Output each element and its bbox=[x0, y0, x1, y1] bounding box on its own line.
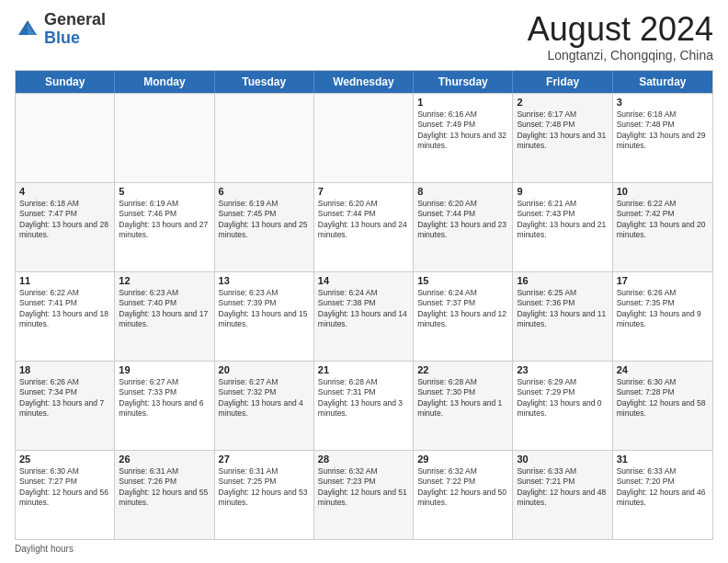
cell-info: Sunrise: 6:28 AM Sunset: 7:30 PM Dayligh… bbox=[417, 377, 508, 419]
day-number: 30 bbox=[517, 454, 608, 465]
calendar-cell: 18Sunrise: 6:26 AM Sunset: 7:34 PM Dayli… bbox=[16, 362, 115, 450]
calendar-row: 1Sunrise: 6:16 AM Sunset: 7:49 PM Daylig… bbox=[16, 93, 712, 182]
cell-info: Sunrise: 6:18 AM Sunset: 7:48 PM Dayligh… bbox=[617, 109, 709, 152]
calendar-body: 1Sunrise: 6:16 AM Sunset: 7:49 PM Daylig… bbox=[16, 93, 712, 539]
calendar-row: 4Sunrise: 6:18 AM Sunset: 7:47 PM Daylig… bbox=[16, 182, 712, 271]
cell-info: Sunrise: 6:26 AM Sunset: 7:35 PM Dayligh… bbox=[617, 288, 709, 330]
day-number: 25 bbox=[19, 454, 110, 465]
month-year: August 2024 bbox=[528, 11, 713, 48]
cell-info: Sunrise: 6:22 AM Sunset: 7:42 PM Dayligh… bbox=[617, 199, 709, 241]
day-number: 16 bbox=[517, 275, 608, 286]
calendar-cell: 30Sunrise: 6:33 AM Sunset: 7:21 PM Dayli… bbox=[513, 451, 612, 539]
cell-info: Sunrise: 6:31 AM Sunset: 7:25 PM Dayligh… bbox=[219, 466, 310, 509]
day-number: 23 bbox=[517, 364, 608, 375]
cell-info: Sunrise: 6:21 AM Sunset: 7:43 PM Dayligh… bbox=[517, 199, 608, 241]
day-number: 3 bbox=[617, 97, 709, 108]
calendar-cell: 25Sunrise: 6:30 AM Sunset: 7:27 PM Dayli… bbox=[16, 451, 115, 539]
calendar-cell bbox=[115, 94, 214, 182]
calendar-cell: 20Sunrise: 6:27 AM Sunset: 7:32 PM Dayli… bbox=[215, 362, 314, 450]
calendar-cell: 9Sunrise: 6:21 AM Sunset: 7:43 PM Daylig… bbox=[513, 183, 612, 271]
cell-info: Sunrise: 6:22 AM Sunset: 7:41 PM Dayligh… bbox=[19, 288, 110, 330]
day-number: 7 bbox=[318, 186, 409, 197]
weekday-header: Friday bbox=[513, 71, 612, 93]
day-number: 13 bbox=[219, 275, 310, 286]
footer: Daylight hours bbox=[15, 544, 713, 554]
calendar-cell: 22Sunrise: 6:28 AM Sunset: 7:30 PM Dayli… bbox=[414, 362, 513, 450]
cell-info: Sunrise: 6:18 AM Sunset: 7:47 PM Dayligh… bbox=[19, 199, 110, 241]
calendar-cell: 23Sunrise: 6:29 AM Sunset: 7:29 PM Dayli… bbox=[513, 362, 612, 450]
calendar-cell: 31Sunrise: 6:33 AM Sunset: 7:20 PM Dayli… bbox=[613, 451, 712, 539]
calendar-cell: 11Sunrise: 6:22 AM Sunset: 7:41 PM Dayli… bbox=[16, 272, 115, 361]
calendar-cell: 19Sunrise: 6:27 AM Sunset: 7:33 PM Dayli… bbox=[115, 362, 214, 450]
day-number: 9 bbox=[517, 186, 608, 197]
weekday-header: Thursday bbox=[414, 71, 513, 93]
cell-info: Sunrise: 6:23 AM Sunset: 7:40 PM Dayligh… bbox=[119, 288, 210, 330]
calendar: SundayMondayTuesdayWednesdayThursdayFrid… bbox=[15, 70, 713, 540]
cell-info: Sunrise: 6:19 AM Sunset: 7:45 PM Dayligh… bbox=[219, 199, 310, 241]
calendar-cell: 27Sunrise: 6:31 AM Sunset: 7:25 PM Dayli… bbox=[215, 451, 314, 539]
weekday-header: Sunday bbox=[16, 71, 115, 93]
cell-info: Sunrise: 6:27 AM Sunset: 7:33 PM Dayligh… bbox=[119, 377, 210, 419]
day-number: 28 bbox=[318, 454, 409, 465]
cell-info: Sunrise: 6:28 AM Sunset: 7:31 PM Dayligh… bbox=[318, 377, 409, 419]
cell-info: Sunrise: 6:33 AM Sunset: 7:20 PM Dayligh… bbox=[617, 466, 709, 509]
calendar-cell: 4Sunrise: 6:18 AM Sunset: 7:47 PM Daylig… bbox=[16, 183, 115, 271]
cell-info: Sunrise: 6:20 AM Sunset: 7:44 PM Dayligh… bbox=[318, 199, 409, 241]
calendar-cell: 24Sunrise: 6:30 AM Sunset: 7:28 PM Dayli… bbox=[613, 362, 712, 450]
cell-info: Sunrise: 6:31 AM Sunset: 7:26 PM Dayligh… bbox=[119, 466, 210, 509]
calendar-cell bbox=[314, 94, 414, 182]
calendar-cell: 17Sunrise: 6:26 AM Sunset: 7:35 PM Dayli… bbox=[613, 272, 712, 361]
calendar-cell: 12Sunrise: 6:23 AM Sunset: 7:40 PM Dayli… bbox=[115, 272, 214, 361]
calendar-cell: 15Sunrise: 6:24 AM Sunset: 7:37 PM Dayli… bbox=[414, 272, 513, 361]
page: General Blue August 2024 Longtanzi, Chon… bbox=[0, 0, 728, 563]
day-number: 11 bbox=[19, 275, 110, 286]
calendar-cell: 5Sunrise: 6:19 AM Sunset: 7:46 PM Daylig… bbox=[115, 183, 214, 271]
calendar-cell: 2Sunrise: 6:17 AM Sunset: 7:48 PM Daylig… bbox=[513, 94, 612, 182]
day-number: 1 bbox=[417, 97, 508, 108]
calendar-cell: 8Sunrise: 6:20 AM Sunset: 7:44 PM Daylig… bbox=[414, 183, 513, 271]
weekday-header: Saturday bbox=[613, 71, 712, 93]
day-number: 20 bbox=[219, 364, 310, 375]
day-number: 17 bbox=[617, 275, 709, 286]
calendar-cell bbox=[16, 94, 115, 182]
cell-info: Sunrise: 6:32 AM Sunset: 7:22 PM Dayligh… bbox=[417, 466, 508, 509]
calendar-cell: 21Sunrise: 6:28 AM Sunset: 7:31 PM Dayli… bbox=[314, 362, 414, 450]
cell-info: Sunrise: 6:32 AM Sunset: 7:23 PM Dayligh… bbox=[318, 466, 409, 509]
weekday-header: Wednesday bbox=[314, 71, 414, 93]
day-number: 5 bbox=[119, 186, 210, 197]
cell-info: Sunrise: 6:16 AM Sunset: 7:49 PM Dayligh… bbox=[417, 109, 508, 152]
calendar-cell: 10Sunrise: 6:22 AM Sunset: 7:42 PM Dayli… bbox=[613, 183, 712, 271]
weekday-header: Tuesday bbox=[215, 71, 314, 93]
calendar-cell bbox=[215, 94, 314, 182]
calendar-cell: 26Sunrise: 6:31 AM Sunset: 7:26 PM Dayli… bbox=[115, 451, 214, 539]
location: Longtanzi, Chongqing, China bbox=[528, 48, 713, 63]
weekday-header: Monday bbox=[115, 71, 214, 93]
day-number: 31 bbox=[617, 454, 709, 465]
day-number: 6 bbox=[219, 186, 310, 197]
calendar-cell: 1Sunrise: 6:16 AM Sunset: 7:49 PM Daylig… bbox=[414, 94, 513, 182]
day-number: 18 bbox=[19, 364, 110, 375]
day-number: 10 bbox=[617, 186, 709, 197]
calendar-cell: 16Sunrise: 6:25 AM Sunset: 7:36 PM Dayli… bbox=[513, 272, 612, 361]
day-number: 12 bbox=[119, 275, 210, 286]
cell-info: Sunrise: 6:30 AM Sunset: 7:28 PM Dayligh… bbox=[617, 377, 709, 419]
cell-info: Sunrise: 6:25 AM Sunset: 7:36 PM Dayligh… bbox=[517, 288, 608, 330]
day-number: 29 bbox=[417, 454, 508, 465]
cell-info: Sunrise: 6:29 AM Sunset: 7:29 PM Dayligh… bbox=[517, 377, 608, 419]
cell-info: Sunrise: 6:33 AM Sunset: 7:21 PM Dayligh… bbox=[517, 466, 608, 509]
calendar-row: 11Sunrise: 6:22 AM Sunset: 7:41 PM Dayli… bbox=[16, 271, 712, 361]
calendar-cell: 13Sunrise: 6:23 AM Sunset: 7:39 PM Dayli… bbox=[215, 272, 314, 361]
day-number: 15 bbox=[417, 275, 508, 286]
cell-info: Sunrise: 6:24 AM Sunset: 7:38 PM Dayligh… bbox=[318, 288, 409, 330]
day-number: 27 bbox=[219, 454, 310, 465]
day-number: 26 bbox=[119, 454, 210, 465]
day-number: 8 bbox=[417, 186, 508, 197]
calendar-cell: 6Sunrise: 6:19 AM Sunset: 7:45 PM Daylig… bbox=[215, 183, 314, 271]
calendar-row: 18Sunrise: 6:26 AM Sunset: 7:34 PM Dayli… bbox=[16, 361, 712, 450]
calendar-cell: 14Sunrise: 6:24 AM Sunset: 7:38 PM Dayli… bbox=[314, 272, 414, 361]
cell-info: Sunrise: 6:30 AM Sunset: 7:27 PM Dayligh… bbox=[19, 466, 110, 509]
logo-icon bbox=[15, 17, 40, 42]
cell-info: Sunrise: 6:20 AM Sunset: 7:44 PM Dayligh… bbox=[417, 199, 508, 241]
day-number: 24 bbox=[617, 364, 709, 375]
header: General Blue August 2024 Longtanzi, Chon… bbox=[15, 11, 713, 63]
